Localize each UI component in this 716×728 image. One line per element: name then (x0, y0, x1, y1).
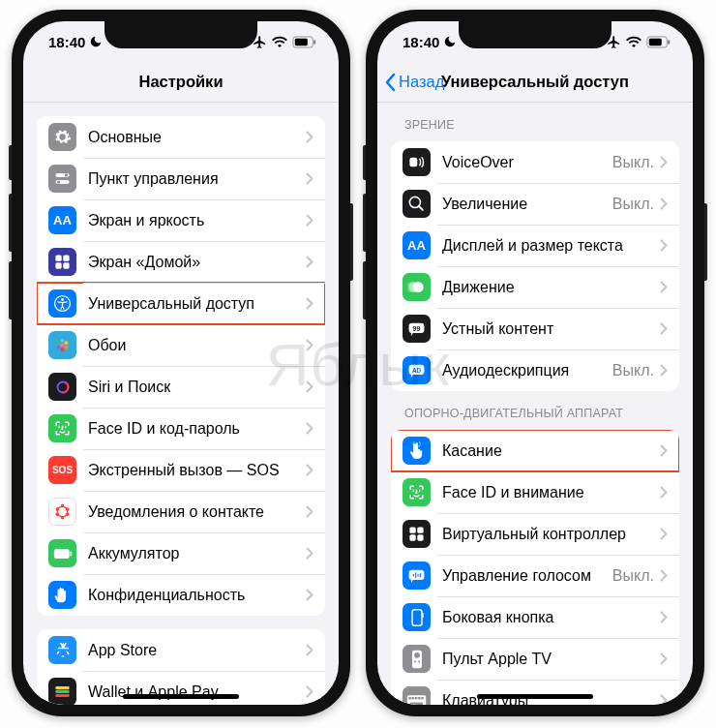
battery-icon (48, 539, 76, 567)
faceid-icon (403, 478, 431, 506)
siri-icon (48, 373, 76, 401)
chevron-right-icon (306, 172, 313, 185)
settings-row-touch[interactable]: Касание (391, 430, 679, 471)
aa-icon: AA (403, 231, 431, 259)
row-label: Face ID и код-пароль (88, 420, 306, 438)
svg-point-4 (65, 173, 68, 176)
phone-frame-left: 18:40 Настройки ОсновныеПункт управления… (12, 10, 350, 716)
svg-point-13 (60, 343, 65, 348)
row-label: Увеличение (442, 196, 612, 213)
keyboard-icon (403, 686, 431, 705)
settings-row-faceid[interactable]: Face ID и внимание (391, 471, 679, 513)
svg-text:AD: AD (412, 366, 422, 373)
settings-row-ad[interactable]: ADАудиодескрипцияВыкл. (391, 349, 679, 391)
section-header-motor: Опорно-двигательный аппарат (391, 391, 679, 426)
notch (104, 21, 257, 48)
aa-icon: AA (48, 206, 76, 234)
chevron-right-icon (660, 364, 668, 377)
settings-row-side[interactable]: Боковая кнопка (391, 596, 679, 638)
svg-point-19 (57, 341, 61, 345)
row-label: Основные (88, 129, 306, 146)
row-label: Универсальный доступ (88, 295, 306, 313)
remote-icon (403, 645, 431, 673)
settings-row-sos[interactable]: SOSЭкстренный вызов — SOS (37, 449, 325, 491)
svg-point-14 (61, 339, 65, 343)
svg-rect-54 (409, 569, 425, 579)
settings-row-battery[interactable]: Аккумулятор (37, 532, 325, 574)
chevron-right-icon (306, 547, 313, 560)
settings-row-medical[interactable]: Уведомления о контакте (37, 491, 325, 532)
voiceover-icon (403, 148, 431, 176)
settings-row-grid[interactable]: Экран «Домой» (37, 241, 325, 283)
settings-row-speech[interactable]: 99Устный контент (391, 308, 679, 349)
settings-row-voiceover[interactable]: VoiceOverВыкл. (391, 141, 679, 183)
svg-rect-34 (55, 694, 69, 697)
row-label: App Store (88, 642, 306, 659)
gear-icon (48, 123, 76, 151)
home-indicator[interactable] (477, 694, 593, 699)
svg-rect-56 (422, 613, 424, 618)
section-header-vision: Зрение (391, 103, 679, 137)
settings-row-wallet[interactable]: Wallet и Apple Pay (37, 671, 325, 705)
settings-row-faceid[interactable]: Face ID и код-пароль (37, 408, 325, 449)
chevron-right-icon (306, 256, 313, 268)
row-label: Боковая кнопка (442, 609, 660, 626)
svg-rect-65 (418, 696, 420, 698)
chevron-right-icon (660, 322, 668, 335)
svg-point-25 (66, 507, 70, 511)
settings-row-siri[interactable]: Siri и Поиск (37, 366, 325, 408)
svg-rect-40 (409, 158, 417, 167)
chevron-right-icon (660, 528, 668, 540)
settings-row-keyboard[interactable]: Клавиатуры (391, 680, 679, 705)
hand-icon (48, 581, 76, 609)
accessibility-content[interactable]: Зрение VoiceOverВыкл.УвеличениеВыкл.AAДи… (377, 103, 693, 705)
svg-rect-64 (415, 696, 417, 698)
settings-row-zoom[interactable]: УвеличениеВыкл. (391, 183, 679, 225)
settings-row-motion[interactable]: Движение (391, 266, 679, 308)
speech-icon: 99 (403, 315, 431, 343)
chevron-right-icon (306, 380, 313, 393)
row-label: Дисплей и размер текста (442, 237, 660, 255)
settings-content[interactable]: ОсновныеПункт управленияAAЭкран и яркост… (23, 103, 339, 705)
row-label: Siri и Поиск (88, 379, 306, 396)
row-value: Выкл. (612, 154, 654, 171)
row-label: Экран «Домой» (88, 254, 306, 271)
settings-row-access[interactable]: Универсальный доступ (37, 283, 325, 324)
svg-point-58 (414, 652, 420, 657)
settings-row-hand[interactable]: Конфиденциальность (37, 574, 325, 616)
svg-point-60 (418, 660, 420, 662)
settings-row-remote[interactable]: Пульт Apple TV (391, 638, 679, 680)
row-label: Аудиодескрипция (442, 362, 612, 379)
page-title: Универсальный доступ (441, 73, 629, 91)
phone-frame-right: 18:40 Назад Универсальный доступ Зрение … (366, 10, 704, 716)
battery-icon (646, 36, 671, 48)
settings-row-voice[interactable]: Управление голосомВыкл. (391, 555, 679, 596)
row-label: Конфиденциальность (88, 587, 306, 604)
status-time: 18:40 (403, 34, 439, 50)
svg-rect-1 (295, 38, 308, 45)
settings-row-appstore[interactable]: App Store (37, 629, 325, 671)
chevron-right-icon (660, 611, 668, 623)
svg-rect-38 (649, 38, 662, 45)
medical-icon (48, 498, 76, 526)
settings-row-gear[interactable]: Основные (37, 116, 325, 158)
svg-rect-33 (55, 690, 69, 693)
row-label: Экстренный вызов — SOS (88, 462, 306, 479)
settings-row-aa[interactable]: AAДисплей и размер текста (391, 225, 679, 266)
settings-row-toggles[interactable]: Пункт управления (37, 158, 325, 199)
flower-icon (48, 331, 76, 359)
row-label: Пункт управления (88, 170, 306, 188)
svg-point-28 (56, 512, 60, 516)
svg-point-23 (57, 506, 68, 517)
home-indicator[interactable] (123, 694, 239, 699)
svg-text:99: 99 (413, 324, 421, 332)
settings-row-aa[interactable]: AAЭкран и яркость (37, 199, 325, 241)
moon-icon (443, 35, 457, 48)
back-button[interactable]: Назад (385, 73, 444, 92)
settings-row-switch[interactable]: Виртуальный контроллер (391, 513, 679, 555)
settings-row-flower[interactable]: Обои (37, 324, 325, 366)
svg-rect-63 (412, 696, 414, 698)
svg-rect-52 (409, 534, 415, 540)
access-icon (48, 289, 76, 318)
appstore-icon (48, 636, 76, 664)
